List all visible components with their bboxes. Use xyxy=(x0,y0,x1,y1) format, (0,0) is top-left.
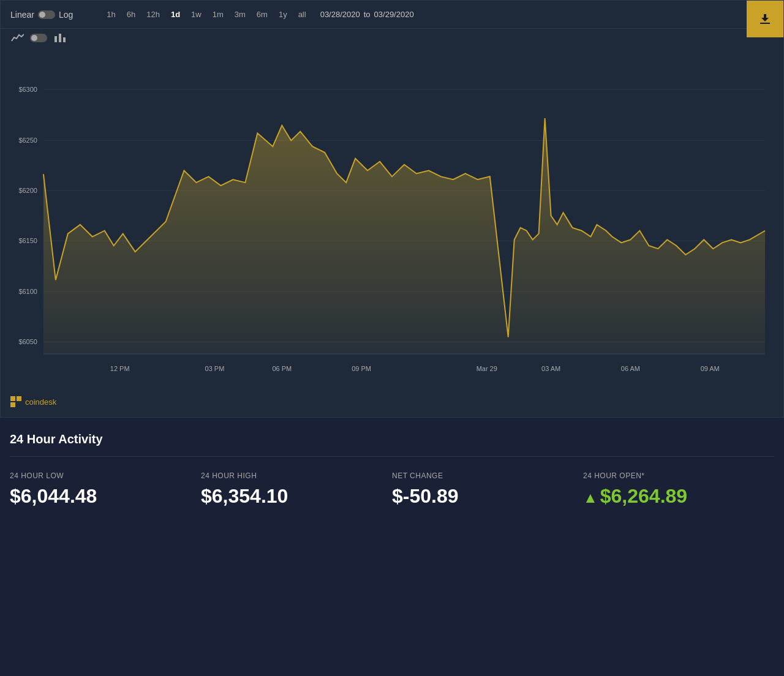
chart-type-row xyxy=(1,29,783,47)
svg-rect-2 xyxy=(59,34,61,42)
stat-high: 24 HOUR HIGH $6,354.10 xyxy=(201,471,392,520)
chart-container: Linear Log 1h 6h 12h 1d 1w 1m 3m 6m 1y a… xyxy=(0,0,784,418)
stat-high-value: $6,354.10 xyxy=(201,485,392,508)
arrow-up-icon: ▲ xyxy=(583,489,598,506)
time-btn-1m[interactable]: 1m xyxy=(208,8,228,21)
bar-chart-button[interactable] xyxy=(53,32,67,43)
stat-low-value: $6,044.48 xyxy=(10,485,201,508)
scale-toggle: Linear Log xyxy=(10,10,73,20)
time-btn-1w[interactable]: 1w xyxy=(187,8,206,21)
svg-rect-1 xyxy=(55,36,57,42)
svg-text:$6200: $6200 xyxy=(18,187,37,194)
svg-text:$6100: $6100 xyxy=(18,288,37,295)
stat-net-change-value: $-50.89 xyxy=(392,485,583,508)
svg-text:$6150: $6150 xyxy=(18,237,37,244)
svg-text:06 AM: 06 AM xyxy=(621,365,640,372)
time-btn-all[interactable]: all xyxy=(294,8,311,21)
coindesk-label: coindesk xyxy=(25,397,56,407)
time-btn-1y[interactable]: 1y xyxy=(274,8,292,21)
linear-label: Linear xyxy=(10,10,34,20)
price-area-fill xyxy=(43,118,765,354)
svg-text:Mar 29: Mar 29 xyxy=(477,365,497,372)
svg-rect-3 xyxy=(63,37,66,42)
time-btn-6m[interactable]: 6m xyxy=(252,8,272,21)
date-to: 03/29/2020 xyxy=(374,10,414,19)
time-btn-1h[interactable]: 1h xyxy=(102,8,119,21)
svg-text:03 PM: 03 PM xyxy=(205,365,225,372)
activity-title: 24 Hour Activity xyxy=(10,432,774,446)
bar-chart-icon xyxy=(53,32,67,43)
svg-rect-0 xyxy=(760,23,770,24)
svg-text:$6250: $6250 xyxy=(18,137,37,144)
stat-open-value: ▲$6,264.89 xyxy=(583,485,774,508)
stat-net-change-label: NET CHANGE xyxy=(392,471,583,480)
date-range: 03/28/2020 to 03/29/2020 xyxy=(320,10,414,19)
scale-toggle-switch[interactable] xyxy=(38,10,55,19)
chart-toolbar: Linear Log 1h 6h 12h 1d 1w 1m 3m 6m 1y a… xyxy=(1,1,783,29)
stat-low-label: 24 HOUR LOW xyxy=(10,471,201,480)
time-btn-12h[interactable]: 12h xyxy=(142,8,164,21)
svg-text:09 PM: 09 PM xyxy=(352,365,371,372)
coindesk-icon xyxy=(10,396,21,407)
svg-text:03 AM: 03 AM xyxy=(541,365,560,372)
time-btn-6h[interactable]: 6h xyxy=(123,8,140,21)
stats-row: 24 HOUR LOW $6,044.48 24 HOUR HIGH $6,35… xyxy=(10,471,774,520)
svg-rect-27 xyxy=(10,402,15,407)
svg-text:$6300: $6300 xyxy=(18,86,37,93)
svg-text:09 AM: 09 AM xyxy=(701,365,720,372)
stat-net-change: NET CHANGE $-50.89 xyxy=(392,471,583,520)
time-btn-3m[interactable]: 3m xyxy=(230,8,250,21)
stat-low: 24 HOUR LOW $6,044.48 xyxy=(10,471,201,520)
svg-text:06 PM: 06 PM xyxy=(272,365,292,372)
svg-rect-25 xyxy=(10,396,15,401)
stat-high-label: 24 HOUR HIGH xyxy=(201,471,392,480)
line-chart-icon xyxy=(10,32,24,43)
svg-text:$6050: $6050 xyxy=(18,338,37,345)
coindesk-logo: coindesk xyxy=(1,390,783,417)
stat-open-label: 24 HOUR OPEN* xyxy=(583,471,774,480)
date-separator: to xyxy=(364,10,371,19)
chart-type-toggle[interactable] xyxy=(30,34,47,42)
date-from: 03/28/2020 xyxy=(320,10,360,19)
activity-section: 24 Hour Activity 24 HOUR LOW $6,044.48 2… xyxy=(0,418,784,520)
download-button[interactable] xyxy=(747,1,783,37)
time-buttons: 1h 6h 12h 1d 1w 1m 3m 6m 1y all xyxy=(102,8,310,21)
svg-text:12 PM: 12 PM xyxy=(110,365,130,372)
time-btn-1d[interactable]: 1d xyxy=(167,8,184,21)
activity-divider xyxy=(10,456,774,457)
stat-open: 24 HOUR OPEN* ▲$6,264.89 xyxy=(583,471,774,520)
download-icon xyxy=(758,12,772,26)
log-label: Log xyxy=(59,10,73,20)
svg-rect-26 xyxy=(17,396,21,401)
price-chart-svg: $6300 $6250 $6200 $6150 $6100 $6050 xyxy=(1,53,783,390)
chart-area: $6300 $6250 $6200 $6150 $6100 $6050 xyxy=(1,47,783,390)
line-chart-button[interactable] xyxy=(10,32,24,43)
